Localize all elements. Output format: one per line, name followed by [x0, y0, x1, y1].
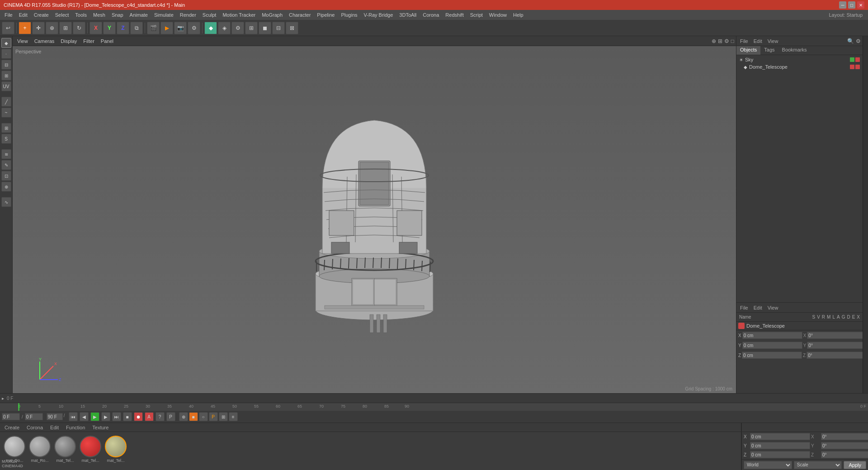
menu-file[interactable]: File — [2, 11, 15, 19]
menu-corona[interactable]: Corona — [420, 11, 442, 19]
mat-corona-tab[interactable]: Corona — [24, 424, 46, 431]
points-mode-button[interactable]: · — [1, 49, 11, 59]
menu-snap[interactable]: Snap — [109, 11, 126, 19]
minimize-button[interactable]: ─ — [839, 1, 846, 9]
menu-vray[interactable]: V-Ray Bridge — [361, 11, 396, 19]
go-to-start-button[interactable]: ⏮ — [69, 412, 78, 421]
material-mat-roof[interactable]: mat_Ro... — [29, 436, 51, 463]
cx-pos-input[interactable] — [750, 433, 810, 440]
object-sky[interactable]: ☀ Sky — [737, 56, 862, 63]
cy-rot-input[interactable] — [821, 442, 868, 449]
go-to-end-button[interactable]: ⏭ — [112, 412, 121, 421]
coord-y-button[interactable]: Y — [103, 22, 116, 34]
display-mode-4[interactable]: ⊞ — [245, 22, 258, 34]
world-button[interactable]: ⧉ — [130, 22, 143, 34]
menu-mesh[interactable]: Mesh — [90, 11, 108, 19]
display-mode-7[interactable]: ⊠ — [286, 22, 298, 34]
rp-file-btn[interactable]: File — [738, 38, 750, 45]
texture-tool[interactable]: ⊡ — [1, 171, 11, 181]
menu-simulate[interactable]: Simulate — [151, 11, 176, 19]
vp-icon-2[interactable]: ⊞ — [718, 38, 722, 44]
coord-x-rot-field[interactable] — [807, 332, 867, 339]
tl-btn-5[interactable]: ⊞ — [219, 412, 228, 421]
end-frame-input[interactable] — [47, 413, 63, 420]
uvw-mode-button[interactable]: UV — [1, 81, 11, 91]
menu-tools[interactable]: Tools — [72, 11, 90, 19]
generator-tool[interactable]: S — [1, 134, 11, 144]
mat-texture-tab[interactable]: Texture — [90, 424, 111, 431]
tl-btn-4[interactable]: P — [209, 412, 218, 421]
object-mode-button[interactable]: ◆ — [1, 38, 11, 48]
menu-3dtoall[interactable]: 3DToAll — [396, 11, 419, 19]
display-mode-6[interactable]: ⊟ — [272, 22, 285, 34]
close-button[interactable]: ✕ — [857, 1, 864, 9]
scale-tool-button[interactable]: ⊞ — [59, 22, 72, 34]
display-mode-5[interactable]: ◼ — [259, 22, 271, 34]
render-settings-button[interactable]: ⚙ — [188, 22, 200, 34]
objects-tab[interactable]: Objects — [736, 46, 760, 55]
menu-create[interactable]: Create — [31, 11, 52, 19]
vp-menu-display[interactable]: Display — [58, 38, 80, 45]
world-mode-select[interactable]: World Object — [744, 461, 792, 469]
vp-menu-view[interactable]: View — [14, 38, 31, 45]
deformer-tool[interactable]: ≋ — [1, 149, 11, 159]
rp-edit-btn[interactable]: Edit — [752, 38, 764, 45]
tags-tab[interactable]: Tags — [760, 46, 778, 55]
menu-window[interactable]: Window — [486, 11, 509, 19]
menu-character[interactable]: Character — [286, 11, 313, 19]
material-mat-tel-2[interactable]: mat_Tel... — [80, 436, 101, 463]
rp-icon-2[interactable]: ⚙ — [856, 38, 861, 44]
cx-rot-input[interactable] — [821, 433, 868, 440]
coord-z-pos-field[interactable] — [742, 352, 802, 359]
stop-button[interactable]: ■ — [123, 412, 132, 421]
rp-icon-1[interactable]: 🔍 — [847, 38, 854, 44]
coord-y-pos-field[interactable] — [742, 342, 802, 349]
play-button[interactable]: ▶ — [90, 412, 99, 421]
vp-icon-1[interactable]: ⊕ — [712, 38, 716, 44]
undo-button[interactable]: ↩ — [2, 22, 14, 34]
auto-key-button[interactable]: A — [145, 412, 154, 421]
mat-edit-tab[interactable]: Edit — [47, 424, 61, 431]
tl-btn-6[interactable]: ≡ — [229, 412, 238, 421]
field-tool[interactable]: ∿ — [1, 197, 11, 207]
menu-pipeline[interactable]: Pipeline — [314, 11, 337, 19]
menu-redshift[interactable]: Redshift — [443, 11, 466, 19]
menu-select[interactable]: Select — [52, 11, 72, 19]
render-view-button[interactable]: 🎬 — [147, 22, 160, 34]
maximize-button[interactable]: □ — [848, 1, 855, 9]
paint-tool[interactable]: ✎ — [1, 160, 11, 170]
vp-menu-filter[interactable]: Filter — [80, 38, 97, 45]
render-to-po-button[interactable]: 📷 — [174, 22, 187, 34]
record-button[interactable]: ⏺ — [134, 412, 143, 421]
menu-sculpt[interactable]: Sculpt — [200, 11, 219, 19]
coord-z-rot-field[interactable] — [807, 352, 867, 359]
menu-animate[interactable]: Animate — [127, 11, 151, 19]
cz-rot-input[interactable] — [821, 451, 868, 458]
key-button[interactable]: ? — [156, 412, 165, 421]
display-mode-3[interactable]: ⚙ — [231, 22, 244, 34]
coord-x-pos-field[interactable] — [742, 332, 802, 339]
material-mat-tel-1[interactable]: mat_Tel... — [54, 436, 76, 463]
coord-x-button[interactable]: X — [90, 22, 102, 34]
timeline-ruler[interactable]: 0 5 10 15 20 25 30 35 40 45 50 55 60 65 … — [0, 403, 868, 411]
menu-script[interactable]: Script — [467, 11, 486, 19]
vp-icon-4[interactable]: □ — [731, 38, 734, 44]
key-mode-button[interactable]: P — [166, 412, 175, 421]
display-mode-2[interactable]: ◈ — [218, 22, 231, 34]
fps-input[interactable] — [25, 413, 43, 420]
material-mat-dome[interactable]: mat_Do... — [4, 436, 25, 463]
mat-function-tab[interactable]: Function — [63, 424, 88, 431]
tl-btn-2[interactable]: ■ — [189, 412, 198, 421]
scale-mode-select[interactable]: Scale Size — [794, 461, 842, 469]
attr-view-btn[interactable]: View — [766, 304, 780, 311]
3d-viewport[interactable]: Perspective Grid Spacing : 1000 cm X Y Z — [13, 46, 736, 393]
current-frame-input[interactable] — [2, 413, 20, 420]
coord-y-rot-field[interactable] — [807, 342, 867, 349]
attr-edit-btn[interactable]: Edit — [752, 304, 764, 311]
coord-z-button[interactable]: Z — [117, 22, 129, 34]
tl-btn-3[interactable]: ○ — [199, 412, 208, 421]
vp-menu-cameras[interactable]: Cameras — [32, 38, 57, 45]
prev-frame-button[interactable]: ◀ — [80, 412, 89, 421]
menu-help[interactable]: Help — [510, 11, 526, 19]
object-dome-telescope[interactable]: ◆ Dome_Telescope — [737, 63, 862, 70]
